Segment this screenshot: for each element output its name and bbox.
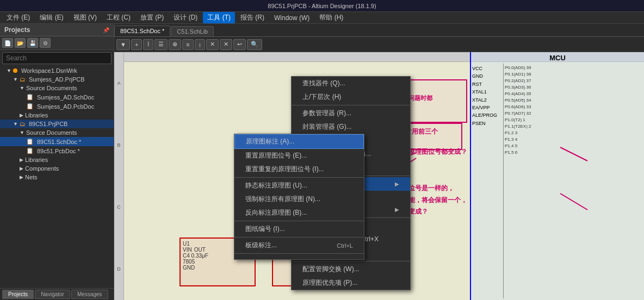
sheet-number-item[interactable]: 图纸编号 (I)... [234, 222, 364, 236]
right-area: 89C51.SchDoc * C51.SchLib ▼ + ⌇ ☰ ⊕ ≡ ↕ … [114, 24, 644, 300]
hierarchy-item[interactable]: 上/下层次 (H) [292, 90, 410, 104]
schematic-area[interactable]: A B C D Signal Integrity . 这里我们常用前三个 可 [114, 52, 644, 300]
mcu-pin-labels-left: VCCGNDRSTXTAL1XTAL2 EA/VPPALE/PROGPSEN [472, 65, 502, 127]
find-component-item[interactable]: 查找器件 (Q)... [292, 77, 410, 90]
sumjess-arrow: ▼ [13, 77, 18, 82]
menu-tools[interactable]: 工具 (T) [203, 12, 235, 23]
search-input[interactable] [2, 52, 112, 64]
menu-edit[interactable]: 编辑 (E) [35, 12, 67, 23]
tab-c51-schlib[interactable]: C51.SchLib [171, 26, 214, 36]
89c51-folder-icon: 🗂 [20, 121, 26, 127]
menu-help[interactable]: 帮助 (H) [315, 12, 348, 23]
sumjess-schdoc-item[interactable]: 📋 Sumjess_AD.SchDoc [0, 92, 114, 102]
undo-btn[interactable]: ↩ [233, 39, 246, 50]
annotate-submenu: 原理图标注 (A)... 重置原理图位号 (E)... 重置重复的原理图位号 (… [234, 134, 364, 260]
save-btn[interactable]: 💾 [27, 38, 38, 48]
89c51-components-header[interactable]: ▶ Components [0, 164, 114, 173]
menu-window[interactable]: Window (W) [270, 13, 314, 23]
sumjess-libraries-header[interactable]: ▶ Libraries [0, 111, 114, 120]
sch-prefs-item[interactable]: 原理图优先项 (P)... [292, 276, 410, 290]
panel-pin-icon[interactable]: 📌 [103, 27, 109, 33]
open-btn[interactable]: 📂 [15, 38, 26, 48]
sumjess-project-label: Sumjess_AD.PrjPCB [29, 76, 85, 83]
board-annotate-label: 板级标注... [245, 241, 277, 250]
tab-89c51-schdoc[interactable]: 89C51.SchDoc * [114, 26, 170, 36]
mcu-content: VCCGNDRSTXTAL1XTAL2 EA/VPPALE/PROGPSEN P… [471, 64, 644, 298]
filter-btn[interactable]: ▼ [116, 39, 130, 50]
reset-designators-item[interactable]: 重置原理图位号 (E)... [234, 149, 364, 162]
menu-project[interactable]: 工程 (C) [102, 12, 135, 23]
component-btn[interactable]: ✕ [206, 39, 219, 50]
89c51-nets-label: Nets [25, 174, 38, 180]
89c51-schdoc-label: 89C51.SchDoc * [37, 139, 81, 145]
static-annotate-item[interactable]: 静态标注原理图 (U)... [234, 179, 364, 192]
title-text: 89C51.PrjPCB - Altium Designer (18.1.9) [268, 3, 376, 9]
89c51-pcb-icon: 📋 [26, 147, 34, 154]
panel-header: Projects 📌 [0, 24, 114, 36]
junction-btn[interactable]: ⊕ [169, 39, 181, 50]
sub-divider-3 [234, 237, 364, 238]
menu-file[interactable]: 文件 (E) [2, 12, 34, 23]
89c51-nets-arrow: ▶ [20, 174, 23, 180]
board-annotate-item[interactable]: 板级标注... Ctrl+L [234, 239, 364, 252]
sumjess-source-docs-label: Source Documents [26, 85, 77, 91]
back-annotate-item[interactable]: 反向标注原理图 (B)... [234, 206, 364, 220]
new-project-btn[interactable]: 📄 [2, 38, 13, 48]
menu-place[interactable]: 放置 (P) [136, 12, 168, 23]
menu-reports[interactable]: 报告 (R) [236, 12, 269, 23]
projects-tab[interactable]: Projects [2, 290, 34, 299]
89c51-nets-header[interactable]: ▶ Nets [0, 173, 114, 182]
89c51-project-item[interactable]: ▼ 🗂 89C51.PrjPCB [0, 120, 114, 128]
89c51-source-docs-header[interactable]: ▼ Source Documents [0, 128, 114, 137]
menu-view[interactable]: 视图 (V) [69, 12, 101, 23]
bottom-tabs: Projects Navigator Messages [0, 288, 114, 300]
pin-swap-item[interactable]: 配置管脚交换 (W)... [292, 262, 410, 276]
tab-bar: 89C51.SchDoc * C51.SchLib [114, 24, 644, 37]
bus-btn[interactable]: ☰ [154, 39, 168, 50]
navigator-tab[interactable]: Navigator [35, 290, 70, 299]
annotate-compiled-item[interactable] [234, 255, 364, 259]
add-wire-btn[interactable]: + [131, 39, 142, 50]
reset-duplicate-item[interactable]: 重置重复的原理图位号 (I)... [234, 162, 364, 176]
89c51-libraries-header[interactable]: ▶ Libraries [0, 155, 114, 164]
workspace-label: Workspace1.DsnWrk [21, 67, 77, 74]
89c51-pcbdoc-label: 89c51.PcbDoc * [37, 148, 80, 154]
sumjess-pcbdoc-item[interactable]: 📋 Sumjess_AD.PcbDoc [0, 102, 114, 111]
mcu-right-pin-list: P0.0(AD0) 39 P0.1(AD1) 38 P0.2(AD2) 37 P… [505, 65, 643, 156]
pcb-file-icon: 📋 [26, 103, 34, 110]
workspace-item[interactable]: ▼ Workspace1.DsnWrk [0, 66, 114, 75]
board-annotate-shortcut: Ctrl+L [337, 242, 353, 249]
89c51-pcbdoc-item[interactable]: 📋 89c51.PcbDoc * [0, 146, 114, 155]
menubar: 文件 (E) 编辑 (E) 视图 (V) 工程 (C) 放置 (P) 设计 (D… [0, 12, 644, 24]
sch-annotate-item[interactable]: 原理图标注 (A)... [234, 134, 364, 149]
sumjess-schdoc-label: Sumjess_AD.SchDoc [37, 94, 94, 101]
sumjess-source-docs-header[interactable]: ▼ Source Documents [0, 84, 114, 92]
menu-design[interactable]: 设计 (D) [169, 12, 202, 23]
power-btn[interactable]: ↕ [195, 39, 206, 50]
param-manager-item[interactable]: 参数管理器 (R)... [292, 107, 410, 120]
sumjess-pcbdoc-label: Sumjess_AD.PcbDoc [37, 103, 94, 110]
89c51-lib-arrow: ▶ [20, 157, 23, 162]
footprint-manager-item[interactable]: 封装管理器 (G)... [292, 120, 410, 134]
wire-btn[interactable]: ⌇ [143, 39, 153, 50]
mcu-title: MCU [471, 52, 644, 64]
config-btn[interactable]: ⚙ [40, 38, 51, 48]
89c51-schdoc-item[interactable]: 📋 89C51.SchDoc * [0, 137, 114, 146]
delete-btn[interactable]: ✕ [220, 39, 232, 50]
sch-file-icon: 📋 [26, 93, 34, 101]
schematic-toolbar: ▼ + ⌇ ☰ ⊕ ≡ ↕ ✕ ✕ ↩ 🔍 [114, 37, 644, 52]
mcu-right-pins: P0.0(AD0) 39 P0.1(AD1) 38 P0.2(AD2) 37 P… [504, 64, 644, 298]
89c51-project-label: 89C51.PrjPCB [29, 121, 68, 127]
zoom-btn[interactable]: 🔍 [247, 39, 262, 50]
force-annotate-item[interactable]: 强制标注所有原理图 (N)... [234, 192, 364, 206]
panel-toolbar: 📄 📂 💾 ⚙ [0, 36, 114, 50]
net-label-btn[interactable]: ≡ [182, 39, 193, 50]
messages-tab[interactable]: Messages [71, 290, 108, 299]
mcu-box: MCU VCCGNDRSTXTAL1XTAL2 EA/VPPALE/PROGPS… [470, 52, 644, 300]
file-tree: ▼ Workspace1.DsnWrk ▼ 🗂 Sumjess_AD.PrjPC… [0, 66, 114, 288]
89c51-libraries-label: Libraries [25, 157, 48, 163]
main-layout: Projects 📌 📄 📂 💾 ⚙ ▼ Workspace1.DsnWrk ▼… [0, 24, 644, 300]
sumjess-project-item[interactable]: ▼ 🗂 Sumjess_AD.PrjPCB [0, 75, 114, 84]
menu-divider-4 [292, 261, 410, 261]
expand-arrow: ▼ [7, 68, 11, 73]
